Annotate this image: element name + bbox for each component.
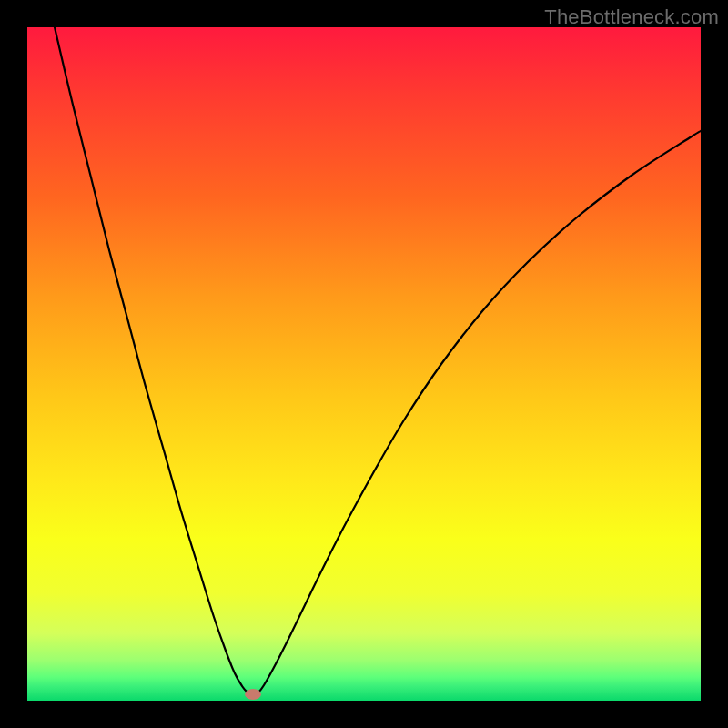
watermark-text: TheBottleneck.com xyxy=(544,5,719,29)
bottleneck-curve xyxy=(55,27,701,696)
chart-frame: TheBottleneck.com xyxy=(0,0,728,728)
plot-area xyxy=(27,27,701,701)
minimum-marker xyxy=(245,689,261,700)
curve-svg xyxy=(27,27,701,701)
